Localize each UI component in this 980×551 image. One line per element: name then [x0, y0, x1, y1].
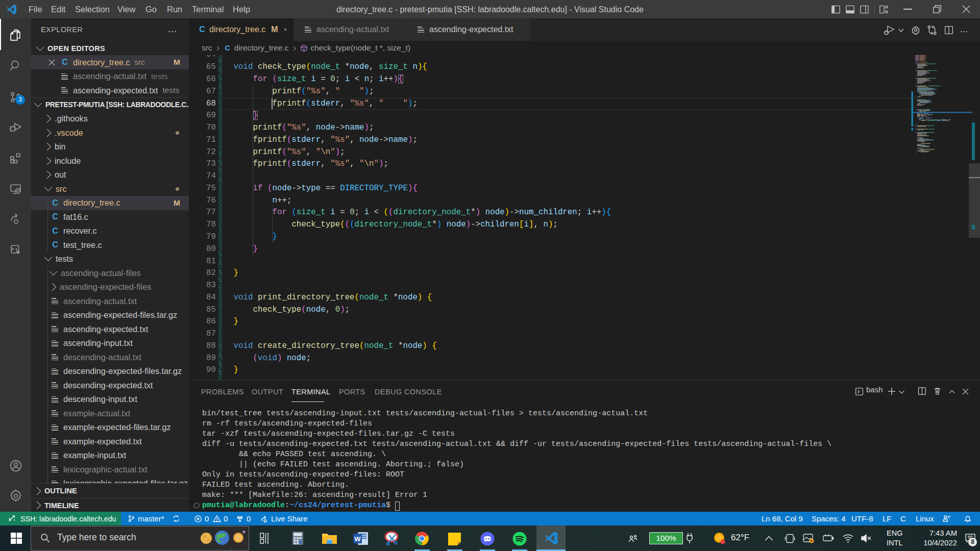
svg-text:W: W [354, 535, 361, 543]
